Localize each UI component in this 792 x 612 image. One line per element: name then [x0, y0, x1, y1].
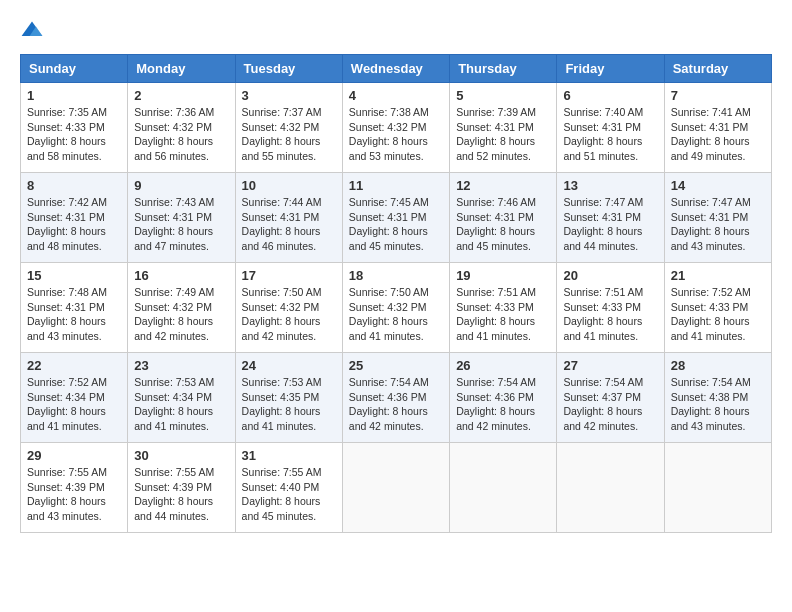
day-info: Sunrise: 7:40 AMSunset: 4:31 PMDaylight:…: [563, 106, 643, 162]
calendar-day-cell: 10 Sunrise: 7:44 AMSunset: 4:31 PMDaylig…: [235, 173, 342, 263]
day-number: 29: [27, 448, 121, 463]
day-number: 28: [671, 358, 765, 373]
calendar-day-cell: 2 Sunrise: 7:36 AMSunset: 4:32 PMDayligh…: [128, 83, 235, 173]
calendar-day-cell: 5 Sunrise: 7:39 AMSunset: 4:31 PMDayligh…: [450, 83, 557, 173]
day-number: 8: [27, 178, 121, 193]
calendar-week-row: 29 Sunrise: 7:55 AMSunset: 4:39 PMDaylig…: [21, 443, 772, 533]
day-number: 5: [456, 88, 550, 103]
calendar-day-cell: 30 Sunrise: 7:55 AMSunset: 4:39 PMDaylig…: [128, 443, 235, 533]
calendar-day-cell: [557, 443, 664, 533]
calendar-day-cell: 27 Sunrise: 7:54 AMSunset: 4:37 PMDaylig…: [557, 353, 664, 443]
logo-icon: [20, 20, 44, 44]
weekday-header: Monday: [128, 55, 235, 83]
day-info: Sunrise: 7:50 AMSunset: 4:32 PMDaylight:…: [349, 286, 429, 342]
day-number: 31: [242, 448, 336, 463]
calendar-day-cell: 29 Sunrise: 7:55 AMSunset: 4:39 PMDaylig…: [21, 443, 128, 533]
calendar-day-cell: [664, 443, 771, 533]
day-info: Sunrise: 7:54 AMSunset: 4:37 PMDaylight:…: [563, 376, 643, 432]
calendar-day-cell: 23 Sunrise: 7:53 AMSunset: 4:34 PMDaylig…: [128, 353, 235, 443]
day-number: 26: [456, 358, 550, 373]
day-number: 30: [134, 448, 228, 463]
day-info: Sunrise: 7:55 AMSunset: 4:40 PMDaylight:…: [242, 466, 322, 522]
day-info: Sunrise: 7:45 AMSunset: 4:31 PMDaylight:…: [349, 196, 429, 252]
day-number: 22: [27, 358, 121, 373]
day-number: 20: [563, 268, 657, 283]
page-header: [20, 20, 772, 44]
calendar-day-cell: 13 Sunrise: 7:47 AMSunset: 4:31 PMDaylig…: [557, 173, 664, 263]
day-number: 9: [134, 178, 228, 193]
day-number: 6: [563, 88, 657, 103]
day-info: Sunrise: 7:35 AMSunset: 4:33 PMDaylight:…: [27, 106, 107, 162]
calendar-week-row: 1 Sunrise: 7:35 AMSunset: 4:33 PMDayligh…: [21, 83, 772, 173]
calendar-day-cell: 3 Sunrise: 7:37 AMSunset: 4:32 PMDayligh…: [235, 83, 342, 173]
day-info: Sunrise: 7:53 AMSunset: 4:35 PMDaylight:…: [242, 376, 322, 432]
day-number: 23: [134, 358, 228, 373]
day-info: Sunrise: 7:54 AMSunset: 4:38 PMDaylight:…: [671, 376, 751, 432]
calendar-day-cell: 4 Sunrise: 7:38 AMSunset: 4:32 PMDayligh…: [342, 83, 449, 173]
day-info: Sunrise: 7:47 AMSunset: 4:31 PMDaylight:…: [671, 196, 751, 252]
calendar-header-row: SundayMondayTuesdayWednesdayThursdayFrid…: [21, 55, 772, 83]
day-info: Sunrise: 7:43 AMSunset: 4:31 PMDaylight:…: [134, 196, 214, 252]
calendar-day-cell: 19 Sunrise: 7:51 AMSunset: 4:33 PMDaylig…: [450, 263, 557, 353]
day-number: 27: [563, 358, 657, 373]
day-number: 4: [349, 88, 443, 103]
calendar-day-cell: 16 Sunrise: 7:49 AMSunset: 4:32 PMDaylig…: [128, 263, 235, 353]
day-info: Sunrise: 7:41 AMSunset: 4:31 PMDaylight:…: [671, 106, 751, 162]
weekday-header: Tuesday: [235, 55, 342, 83]
day-info: Sunrise: 7:52 AMSunset: 4:34 PMDaylight:…: [27, 376, 107, 432]
calendar-day-cell: 18 Sunrise: 7:50 AMSunset: 4:32 PMDaylig…: [342, 263, 449, 353]
day-info: Sunrise: 7:51 AMSunset: 4:33 PMDaylight:…: [456, 286, 536, 342]
day-info: Sunrise: 7:47 AMSunset: 4:31 PMDaylight:…: [563, 196, 643, 252]
calendar-day-cell: [450, 443, 557, 533]
day-number: 24: [242, 358, 336, 373]
weekday-header: Thursday: [450, 55, 557, 83]
day-number: 10: [242, 178, 336, 193]
day-info: Sunrise: 7:42 AMSunset: 4:31 PMDaylight:…: [27, 196, 107, 252]
calendar-day-cell: 15 Sunrise: 7:48 AMSunset: 4:31 PMDaylig…: [21, 263, 128, 353]
day-info: Sunrise: 7:50 AMSunset: 4:32 PMDaylight:…: [242, 286, 322, 342]
calendar-day-cell: 14 Sunrise: 7:47 AMSunset: 4:31 PMDaylig…: [664, 173, 771, 263]
day-info: Sunrise: 7:38 AMSunset: 4:32 PMDaylight:…: [349, 106, 429, 162]
weekday-header: Sunday: [21, 55, 128, 83]
day-info: Sunrise: 7:55 AMSunset: 4:39 PMDaylight:…: [134, 466, 214, 522]
day-info: Sunrise: 7:54 AMSunset: 4:36 PMDaylight:…: [456, 376, 536, 432]
logo: [20, 20, 48, 44]
day-number: 2: [134, 88, 228, 103]
calendar-table: SundayMondayTuesdayWednesdayThursdayFrid…: [20, 54, 772, 533]
weekday-header: Saturday: [664, 55, 771, 83]
day-number: 1: [27, 88, 121, 103]
calendar-day-cell: 8 Sunrise: 7:42 AMSunset: 4:31 PMDayligh…: [21, 173, 128, 263]
calendar-day-cell: 28 Sunrise: 7:54 AMSunset: 4:38 PMDaylig…: [664, 353, 771, 443]
day-number: 3: [242, 88, 336, 103]
day-number: 16: [134, 268, 228, 283]
weekday-header: Friday: [557, 55, 664, 83]
calendar-day-cell: 9 Sunrise: 7:43 AMSunset: 4:31 PMDayligh…: [128, 173, 235, 263]
day-info: Sunrise: 7:52 AMSunset: 4:33 PMDaylight:…: [671, 286, 751, 342]
calendar-day-cell: 12 Sunrise: 7:46 AMSunset: 4:31 PMDaylig…: [450, 173, 557, 263]
day-number: 12: [456, 178, 550, 193]
day-number: 13: [563, 178, 657, 193]
weekday-header: Wednesday: [342, 55, 449, 83]
day-info: Sunrise: 7:39 AMSunset: 4:31 PMDaylight:…: [456, 106, 536, 162]
calendar-week-row: 8 Sunrise: 7:42 AMSunset: 4:31 PMDayligh…: [21, 173, 772, 263]
day-number: 19: [456, 268, 550, 283]
day-info: Sunrise: 7:54 AMSunset: 4:36 PMDaylight:…: [349, 376, 429, 432]
day-number: 21: [671, 268, 765, 283]
calendar-day-cell: 26 Sunrise: 7:54 AMSunset: 4:36 PMDaylig…: [450, 353, 557, 443]
calendar-day-cell: 11 Sunrise: 7:45 AMSunset: 4:31 PMDaylig…: [342, 173, 449, 263]
calendar-week-row: 15 Sunrise: 7:48 AMSunset: 4:31 PMDaylig…: [21, 263, 772, 353]
day-info: Sunrise: 7:55 AMSunset: 4:39 PMDaylight:…: [27, 466, 107, 522]
day-number: 14: [671, 178, 765, 193]
calendar-week-row: 22 Sunrise: 7:52 AMSunset: 4:34 PMDaylig…: [21, 353, 772, 443]
day-info: Sunrise: 7:51 AMSunset: 4:33 PMDaylight:…: [563, 286, 643, 342]
day-info: Sunrise: 7:46 AMSunset: 4:31 PMDaylight:…: [456, 196, 536, 252]
day-number: 25: [349, 358, 443, 373]
calendar-day-cell: 24 Sunrise: 7:53 AMSunset: 4:35 PMDaylig…: [235, 353, 342, 443]
calendar-day-cell: 7 Sunrise: 7:41 AMSunset: 4:31 PMDayligh…: [664, 83, 771, 173]
calendar-day-cell: 1 Sunrise: 7:35 AMSunset: 4:33 PMDayligh…: [21, 83, 128, 173]
day-info: Sunrise: 7:36 AMSunset: 4:32 PMDaylight:…: [134, 106, 214, 162]
calendar-day-cell: 20 Sunrise: 7:51 AMSunset: 4:33 PMDaylig…: [557, 263, 664, 353]
day-info: Sunrise: 7:53 AMSunset: 4:34 PMDaylight:…: [134, 376, 214, 432]
day-info: Sunrise: 7:49 AMSunset: 4:32 PMDaylight:…: [134, 286, 214, 342]
calendar-day-cell: 31 Sunrise: 7:55 AMSunset: 4:40 PMDaylig…: [235, 443, 342, 533]
